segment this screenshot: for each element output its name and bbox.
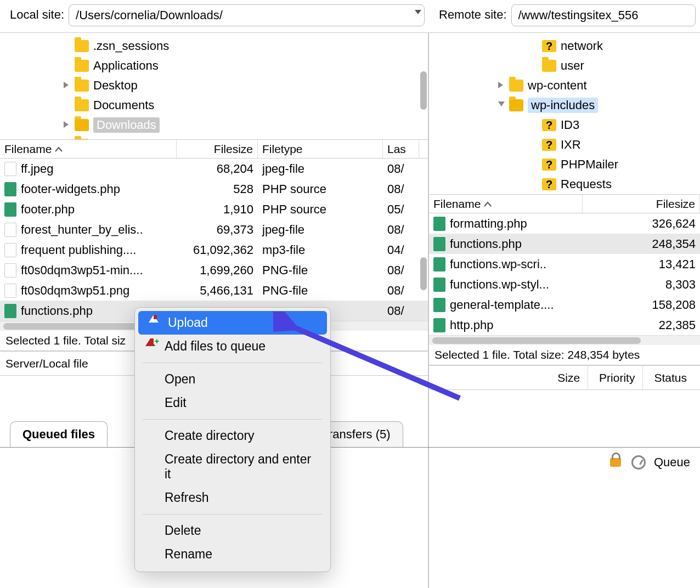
chevron-right-icon[interactable]	[498, 82, 503, 88]
menu-item-delete[interactable]: Delete	[135, 519, 330, 542]
scrollbar-thumb[interactable]	[420, 71, 427, 110]
tree-item[interactable]: ?ID3	[429, 115, 700, 135]
lock-icon[interactable]	[608, 455, 623, 470]
tree-item[interactable]: ?PHPMailer	[429, 155, 700, 174]
tree-item[interactable]: wp-includes	[429, 95, 700, 115]
file-name: footer-widgets.php	[21, 182, 120, 196]
menu-item-refresh[interactable]: Refresh	[135, 486, 330, 510]
file-row[interactable]: ft0s0dqm3wp51-min....1,699,260PNG-file08…	[0, 260, 428, 280]
file-type: jpeg-file	[258, 223, 383, 237]
menu-item-edit[interactable]: Edit	[135, 391, 330, 415]
file-name: formatting.php	[450, 217, 527, 231]
col-filetype[interactable]: Filetype	[258, 140, 383, 158]
file-row[interactable]: functions.wp-styl...8,303	[429, 274, 700, 295]
file-row[interactable]: frequent publishing....61,092,362mp3-fil…	[0, 240, 428, 260]
hscrollbar[interactable]	[429, 335, 700, 345]
menu-item-label: Create directory and enter it	[165, 452, 311, 481]
remote-site-path-input[interactable]	[511, 4, 696, 26]
file-size: 61,092,362	[177, 243, 258, 257]
file-row[interactable]: functions.php248,354	[429, 234, 700, 254]
col-priority[interactable]: Priority	[599, 366, 643, 389]
file-row[interactable]: functions.wp-scri..13,421	[429, 254, 700, 274]
chevron-right-icon[interactable]	[64, 82, 69, 88]
file-modified: 08/	[383, 182, 419, 196]
tree-item-label: network	[561, 39, 603, 53]
tree-item-label: wp-includes	[528, 98, 598, 113]
file-row[interactable]: http.php22,385	[429, 315, 700, 335]
menu-item-label: Rename	[165, 547, 212, 561]
file-row[interactable]: ff.jpeg68,204jpeg-file08/	[0, 159, 428, 179]
tree-item[interactable]: Applications	[0, 56, 428, 76]
file-row[interactable]: forest_hunter_by_elis..69,373jpeg-file08…	[0, 219, 428, 240]
tab-queued-files[interactable]: Queued files	[10, 421, 108, 447]
menu-item-upload[interactable]: Upload	[138, 311, 327, 335]
file-name: ft0s0dqm3wp51.png	[21, 284, 129, 298]
file-row[interactable]: footer-widgets.php528PHP source08/	[0, 179, 428, 199]
menu-item-label: Edit	[165, 395, 187, 410]
tree-item[interactable]: user	[429, 56, 700, 76]
chevron-down-icon[interactable]	[498, 101, 505, 106]
file-row[interactable]: footer.php1,910PHP source05/	[0, 199, 428, 219]
tree-item[interactable]: Documents	[0, 95, 428, 115]
col-lastmod[interactable]: Las	[383, 140, 419, 158]
menu-item-label: Delete	[165, 523, 201, 538]
transfer-tabs: Queued files ransfers (5)	[0, 420, 700, 448]
remote-folder-tree[interactable]: ?networkuserwp-contentwp-includes?ID3?IX…	[429, 33, 700, 195]
tree-item[interactable]: Downloads	[0, 115, 428, 135]
tree-item-label: user	[561, 59, 584, 73]
tree-item-label: ID3	[561, 118, 579, 132]
local-folder-tree[interactable]: .zsn_sessionsApplicationsDesktopDocument…	[0, 33, 428, 140]
tree-item[interactable]: Library	[0, 135, 428, 140]
col-filesize[interactable]: Filesize	[583, 195, 700, 213]
remote-list-header[interactable]: Filename Filesize	[429, 195, 700, 213]
tree-item[interactable]: ?IXR	[429, 135, 700, 155]
tree-item-label: Documents	[93, 98, 154, 112]
menu-item-create-directory-and-enter-it[interactable]: Create directory and enter it	[135, 448, 330, 486]
gauge-icon[interactable]	[631, 455, 646, 470]
tree-item-label: IXR	[561, 138, 581, 152]
file-size: 1,699,260	[177, 263, 258, 278]
file-name: functions.php	[21, 304, 93, 318]
file-modified: 04/	[383, 243, 419, 257]
file-name: general-template....	[450, 298, 554, 312]
tree-item[interactable]: .zsn_sessions	[0, 36, 428, 56]
local-list-header[interactable]: Filename Filesize Filetype Las	[0, 140, 428, 159]
file-icon	[4, 162, 16, 176]
sort-asc-icon	[484, 201, 492, 207]
col-status[interactable]: Status	[654, 366, 695, 389]
tree-item[interactable]: ?Requests	[429, 174, 700, 194]
file-name: functions.wp-styl...	[450, 278, 549, 292]
tree-item[interactable]: ?network	[429, 36, 700, 56]
col-filename[interactable]: Filename	[0, 140, 177, 158]
file-name: frequent publishing....	[21, 243, 136, 257]
menu-item-add-files-to-queue[interactable]: +Add files to queue	[135, 335, 330, 358]
file-size: 13,421	[583, 257, 700, 272]
file-row[interactable]: ft0s0dqm3wp51.png5,466,131PNG-file08/	[0, 280, 428, 301]
file-size: 5,466,131	[177, 284, 258, 298]
menu-item-label: Refresh	[165, 490, 209, 505]
col-filename[interactable]: Filename	[429, 195, 583, 213]
menu-item-create-directory[interactable]: Create directory	[135, 424, 330, 448]
local-site-path-input[interactable]	[69, 4, 425, 26]
file-size: 326,624	[583, 217, 700, 231]
folder-icon	[75, 40, 89, 52]
chevron-right-icon[interactable]	[64, 121, 69, 128]
file-name: functions.php	[450, 237, 522, 251]
tree-item[interactable]: wp-content	[429, 76, 700, 95]
file-type: PNG-file	[258, 263, 383, 278]
php-file-icon	[4, 304, 16, 318]
menu-item-open[interactable]: Open	[135, 368, 330, 391]
menu-item-rename[interactable]: Rename	[135, 542, 330, 566]
file-icon	[4, 284, 16, 298]
col-filesize[interactable]: Filesize	[177, 140, 258, 158]
menu-item-label: Create directory	[165, 428, 255, 443]
scrollbar-thumb[interactable]	[420, 257, 427, 290]
file-modified: 08/	[383, 284, 419, 298]
tree-item[interactable]: Desktop	[0, 76, 428, 95]
file-type: PHP source	[258, 182, 383, 196]
file-name: forest_hunter_by_elis..	[21, 223, 143, 237]
file-row[interactable]: formatting.php326,624	[429, 213, 700, 234]
file-size: 8,303	[583, 278, 700, 292]
file-row[interactable]: general-template....158,208	[429, 295, 700, 315]
col-size[interactable]: Size	[557, 366, 588, 389]
